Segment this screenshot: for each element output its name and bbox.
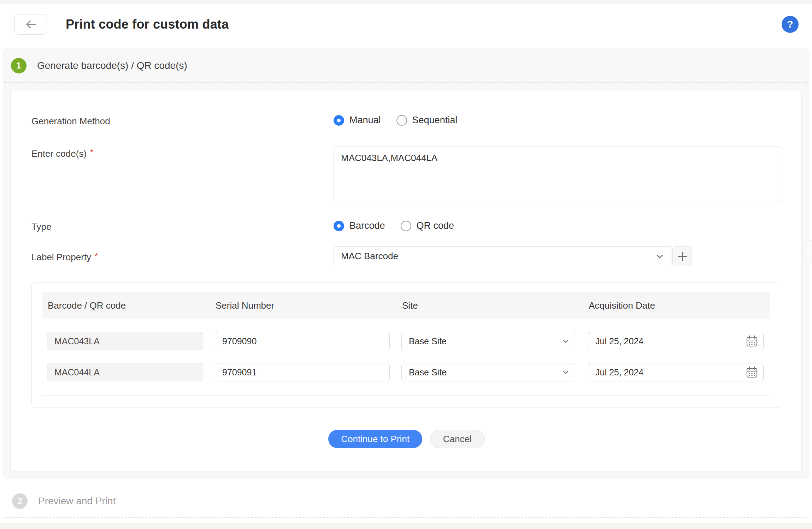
radio-label-qrcode: QR code <box>417 220 454 231</box>
page-title: Print code for custom data <box>66 17 229 32</box>
radio-option-barcode[interactable]: Barcode <box>334 220 385 231</box>
radio-option-manual[interactable]: Manual <box>334 115 381 126</box>
column-header-barcode: Barcode / QR code <box>48 300 204 311</box>
plus-icon <box>676 250 688 262</box>
step2-divider <box>4 517 808 518</box>
type-options: Barcode QR code <box>334 220 782 231</box>
chevron-down-icon <box>655 251 665 261</box>
table-row: MAC043LA Base Site Jul 25, 2024 <box>47 332 770 350</box>
back-button[interactable] <box>14 14 47 35</box>
continue-to-print-button[interactable]: Continue to Print <box>328 430 422 448</box>
radio-label-manual: Manual <box>349 115 381 126</box>
acquisition-date-field[interactable]: Jul 25, 2024 <box>588 332 764 350</box>
column-header-serial: Serial Number <box>216 300 390 311</box>
required-asterisk: * <box>90 148 93 157</box>
enter-codes-row: Enter code(s)* MAC043LA,MAC044LA <box>31 147 782 204</box>
step1-form-panel: Generation Method Manual Sequential Ente… <box>10 90 802 471</box>
window-top-strip <box>0 0 812 4</box>
calendar-icon[interactable] <box>745 365 759 379</box>
step2-header: 2 Preview and Print <box>4 484 808 517</box>
generation-method-label: Generation Method <box>31 115 334 127</box>
label-property-label-text: Label Property <box>31 252 91 262</box>
table-row: MAC044LA Base Site Jul 25, 2024 <box>47 363 770 381</box>
label-property-value: MAC Barcode <box>341 251 398 262</box>
step1-divider <box>4 82 808 83</box>
step1-section: 1 Generate barcode(s) / QR code(s) Gener… <box>4 48 808 479</box>
step2-number-badge: 2 <box>12 493 28 509</box>
column-header-site: Site <box>402 300 577 311</box>
acquisition-date-value: Jul 25, 2024 <box>595 367 643 378</box>
window-bottom-strip <box>0 523 812 529</box>
site-select[interactable]: Base Site <box>401 332 576 350</box>
chevron-down-icon <box>561 368 570 377</box>
radio-option-sequential[interactable]: Sequential <box>396 115 458 126</box>
form-actions: Continue to Print Cancel <box>31 430 782 448</box>
back-arrow-icon <box>24 18 38 31</box>
codes-table-header: Barcode / QR code Serial Number Site Acq… <box>42 292 770 319</box>
label-property-select[interactable]: MAC Barcode <box>334 246 671 266</box>
type-row: Type Barcode QR code <box>31 220 782 232</box>
radio-unselected-icon[interactable] <box>396 115 407 126</box>
question-mark-icon: ? <box>787 19 793 30</box>
barcode-value-field: MAC044LA <box>47 363 203 381</box>
radio-label-barcode: Barcode <box>349 220 385 231</box>
radio-label-sequential: Sequential <box>412 115 458 126</box>
barcode-value-field: MAC043LA <box>47 332 203 350</box>
label-property-field-wrap: MAC Barcode <box>334 246 782 266</box>
enter-codes-label: Enter code(s)* <box>31 147 334 159</box>
acquisition-date-value: Jul 25, 2024 <box>595 336 643 346</box>
acquisition-date-field[interactable]: Jul 25, 2024 <box>588 363 764 381</box>
radio-option-qrcode[interactable]: QR code <box>401 220 454 231</box>
enter-codes-textarea[interactable]: MAC043LA,MAC044LA <box>334 147 783 202</box>
step1-header: 1 Generate barcode(s) / QR code(s) <box>4 48 808 82</box>
required-asterisk: * <box>95 251 98 261</box>
radio-selected-icon[interactable] <box>334 115 344 126</box>
radio-unselected-icon[interactable] <box>401 221 411 231</box>
step2-title: Preview and Print <box>38 495 116 507</box>
enter-codes-label-text: Enter code(s) <box>31 148 87 159</box>
add-label-property-button[interactable] <box>672 246 692 266</box>
serial-number-input[interactable] <box>215 332 390 350</box>
label-property-row: Label Property* MAC Barcode <box>31 246 782 266</box>
site-select[interactable]: Base Site <box>401 363 576 381</box>
codes-table-card: Barcode / QR code Serial Number Site Acq… <box>31 283 781 408</box>
step2-section: 2 Preview and Print <box>4 484 808 518</box>
page-header: Print code for custom data ? <box>0 4 812 45</box>
generation-method-options: Manual Sequential <box>334 115 782 126</box>
generation-method-row: Generation Method Manual Sequential <box>31 115 782 127</box>
cancel-button[interactable]: Cancel <box>430 430 485 448</box>
type-label: Type <box>31 220 334 232</box>
enter-codes-field-wrap: MAC043LA,MAC044LA <box>334 147 783 204</box>
site-select-value: Base Site <box>409 336 447 346</box>
site-select-value: Base Site <box>409 367 447 378</box>
calendar-icon[interactable] <box>745 334 759 348</box>
table-bottom-separator <box>42 395 770 396</box>
label-property-label: Label Property* <box>31 246 334 263</box>
chevron-down-icon <box>561 337 570 346</box>
radio-selected-icon[interactable] <box>334 221 344 231</box>
column-header-date: Acquisition Date <box>589 300 764 311</box>
serial-number-input[interactable] <box>215 363 390 381</box>
step1-number-badge: 1 <box>11 58 27 73</box>
help-button[interactable]: ? <box>782 16 799 33</box>
step1-title: Generate barcode(s) / QR code(s) <box>37 60 187 71</box>
